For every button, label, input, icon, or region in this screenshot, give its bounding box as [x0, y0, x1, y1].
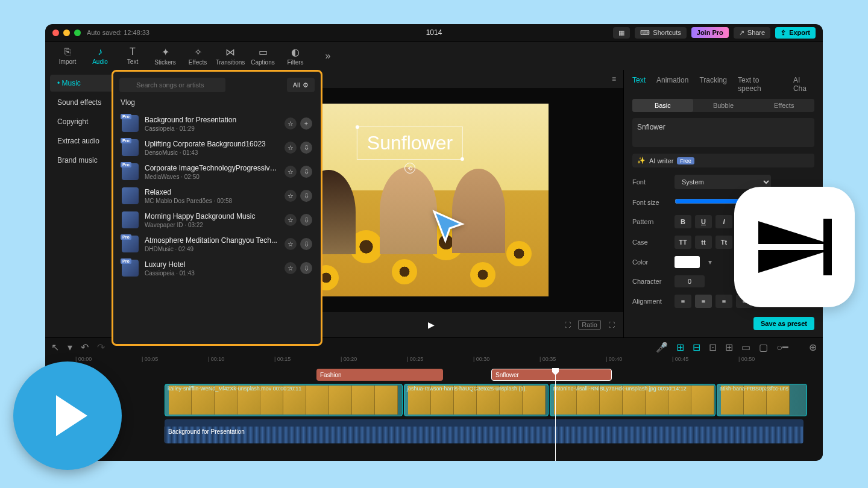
tab-tracking[interactable]: Tracking — [699, 76, 727, 93]
download-icon[interactable]: ⇩ — [300, 190, 312, 202]
tab-animation[interactable]: Animation — [656, 76, 688, 93]
mic-icon[interactable]: 🎤 — [656, 342, 668, 353]
underline-button[interactable]: U — [695, 215, 712, 228]
favorite-icon[interactable]: ☆ — [285, 166, 297, 178]
favorite-icon[interactable]: ☆ — [285, 262, 297, 274]
tool-effects[interactable]: ✧Effects — [181, 46, 214, 66]
tool3-icon[interactable]: ▭ — [741, 342, 750, 353]
text-clip[interactable]: Snflower — [491, 369, 612, 381]
case-TT-button[interactable]: TT — [675, 236, 691, 249]
add-icon[interactable]: + — [300, 117, 312, 130]
video-clip[interactable]: joshua-rawson-harris-haUQC3eto2s-unsplas… — [404, 384, 549, 416]
crop-icon[interactable]: ⛶ — [564, 321, 571, 328]
autosave-status: Auto saved: 12:48:33 — [87, 29, 149, 36]
subtab-effects[interactable]: Effects — [753, 99, 814, 112]
main-toolbar: ⎘Import♪AudioTText✦Stickers✧Effects⋈Tran… — [45, 41, 823, 70]
save-preset-button[interactable]: Save as preset — [753, 317, 814, 330]
fullscreen-icon[interactable]: ⛶ — [608, 321, 615, 328]
align-center-button[interactable]: ≡ — [695, 295, 712, 308]
timeline-tracks[interactable]: FashionSnflower kailey-snifflin-WeNd_Ml4… — [45, 368, 823, 461]
share-button[interactable]: ↗ Share — [734, 27, 770, 39]
timeline: ↖ ▾ ↶ ↷ 🎤 ⊞ ⊟ ⊡ ⊞ ▭ ▢ ○━ ⊕ | 00:00| 00:0… — [45, 337, 823, 461]
song-item[interactable]: Atmosphere Meditation Changyou Tech...DH… — [119, 232, 315, 256]
download-icon[interactable]: ⇩ — [300, 142, 312, 154]
song-item[interactable]: Uplifting Corporate Background16023Denso… — [119, 136, 315, 160]
case-Tt-button[interactable]: Tt — [715, 236, 732, 249]
video-clip[interactable]: atikh-bana-FtBS0p23fcc-uns — [717, 384, 807, 416]
song-item[interactable]: Morning Happy Background MusicWavepaper … — [119, 208, 315, 232]
download-icon[interactable]: ⇩ — [300, 166, 312, 178]
song-item[interactable]: Background for PresentationCassiopeia · … — [119, 111, 315, 136]
favorite-icon[interactable]: ☆ — [285, 190, 297, 202]
search-input[interactable] — [119, 78, 225, 92]
cursor-icon — [431, 208, 468, 248]
subtab-bubble[interactable]: Bubble — [693, 99, 754, 112]
tool4-icon[interactable]: ▢ — [759, 342, 768, 353]
magnet-icon[interactable]: ⊞ — [676, 342, 684, 353]
song-item[interactable]: Corporate ImageTechnologyProgressive...M… — [119, 160, 315, 184]
song-item[interactable]: RelaxedMC Mablo Dos Paredões · 00:58☆⇩ — [119, 184, 315, 208]
shortcuts-button[interactable]: ⌨ Shortcuts — [635, 27, 686, 39]
more-tools-icon[interactable]: » — [312, 51, 344, 61]
color-dropdown-icon[interactable]: ▾ — [708, 258, 712, 266]
align-left-button[interactable]: ≡ — [675, 295, 691, 308]
favorite-icon[interactable]: ☆ — [285, 214, 297, 226]
text-content-input[interactable] — [632, 118, 814, 147]
titlebar: Auto saved: 12:48:33 1014 ▦ ⌨ Shortcuts … — [45, 24, 823, 41]
tab-text-to-speech[interactable]: Text to speech — [738, 76, 782, 93]
window-controls[interactable] — [52, 30, 81, 36]
tool2-icon[interactable]: ⊞ — [725, 342, 733, 353]
tool-transitions[interactable]: ⋈Transitions — [214, 46, 247, 66]
player-menu-icon[interactable]: ≡ — [612, 75, 616, 83]
tab-ai-cha[interactable]: AI Cha — [793, 76, 814, 93]
play-button[interactable]: ▶ — [428, 320, 435, 330]
text-clip[interactable]: Fashion — [316, 369, 443, 381]
favorite-icon[interactable]: ☆ — [285, 142, 297, 154]
pointer-tool-icon[interactable]: ↖ — [51, 342, 59, 353]
tab-text[interactable]: Text — [632, 76, 646, 93]
favorite-icon[interactable]: ☆ — [285, 117, 297, 130]
link-icon[interactable]: ⊟ — [693, 342, 700, 353]
undo-icon[interactable]: ↶ — [81, 342, 89, 353]
layout-icon[interactable]: ▦ — [613, 27, 630, 39]
text-overlay[interactable]: Sunflower — [357, 127, 463, 160]
tool-icon[interactable]: ⊡ — [709, 342, 717, 353]
ratio-button[interactable]: Ratio — [578, 320, 601, 330]
tool-import[interactable]: ⎘Import — [51, 46, 84, 65]
download-icon[interactable]: ⇩ — [300, 214, 312, 226]
subtab-basic[interactable]: Basic — [632, 99, 693, 112]
color-swatch[interactable] — [675, 256, 700, 268]
case-tt-button[interactable]: tt — [695, 236, 712, 249]
download-icon[interactable]: ⇩ — [300, 238, 312, 250]
favorite-icon[interactable]: ☆ — [285, 238, 297, 250]
download-icon[interactable]: ⇩ — [300, 262, 312, 274]
song-item[interactable]: Luxury HotelCassiopeia · 01:43☆⇩ — [119, 256, 315, 280]
char-spacing-input[interactable] — [675, 275, 705, 287]
zoom-slider[interactable]: ○━ — [776, 342, 788, 353]
tool-filters[interactable]: ◐Filters — [279, 46, 312, 66]
dropdown-icon[interactable]: ▾ — [68, 342, 72, 353]
export-button[interactable]: ⇪ Export — [775, 27, 816, 39]
align-right-button[interactable]: ≡ — [715, 295, 732, 308]
tool-stickers[interactable]: ✦Stickers — [149, 46, 181, 66]
redo-icon[interactable]: ↷ — [97, 342, 105, 353]
filter-button[interactable]: All ⚙ — [287, 78, 315, 92]
bold-button[interactable]: B — [675, 215, 691, 228]
ai-writer-button[interactable]: ✨ AI writer Free — [632, 154, 814, 167]
section-heading: Vlog — [121, 98, 315, 107]
fit-icon[interactable]: ⊕ — [809, 342, 817, 353]
inspector-tabs: TextAnimationTrackingText to speechAI Ch… — [632, 76, 814, 93]
italic-button[interactable]: I — [715, 215, 732, 228]
audio-clip[interactable]: Background for Presentation — [165, 419, 804, 443]
video-clip[interactable]: kailey-snifflin-WeNd_Ml4zXk-unsplash.mov… — [165, 384, 403, 416]
join-pro-button[interactable]: Join Pro — [691, 27, 729, 38]
video-clip[interactable]: antonino-visalli-RNiBLy7aHck-unsplash.jp… — [550, 384, 715, 416]
tool-audio[interactable]: ♪Audio — [84, 46, 116, 65]
inspector-subtabs: BasicBubbleEffects — [632, 99, 814, 112]
timeline-ruler[interactable]: | 00:00| 00:05| 00:10| 00:15| 00:20| 00:… — [45, 356, 823, 368]
tool-text[interactable]: TText — [116, 46, 149, 65]
tool-captions[interactable]: ▭Captions — [247, 46, 279, 66]
play-overlay-icon — [13, 361, 122, 470]
rotate-handle-icon[interactable]: ⟲ — [404, 163, 415, 174]
playhead[interactable] — [555, 368, 556, 461]
